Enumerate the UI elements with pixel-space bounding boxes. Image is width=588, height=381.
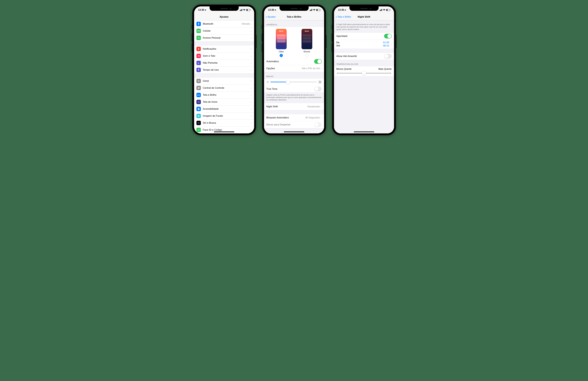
settings-row-som-e-tato[interactable]: Som e Tato› — [194, 52, 254, 60]
settings-row-geral[interactable]: Geral› — [194, 78, 254, 84]
svg-rect-12 — [198, 101, 198, 101]
schedule-time-row[interactable]: De01:00 Até08:15 › — [334, 40, 394, 49]
notch — [349, 6, 378, 11]
temp-slider[interactable] — [337, 73, 391, 73]
settings-row-bluetooth[interactable]: BluetoothAtivado› — [194, 20, 254, 27]
chevron-right-icon: › — [251, 68, 252, 72]
settings-row-central-de-controle[interactable]: Central de Controle› — [194, 84, 254, 91]
svg-point-26 — [197, 116, 198, 116]
chevron-right-icon: › — [251, 47, 252, 51]
automatic-row[interactable]: Automática — [264, 58, 324, 65]
raise-row[interactable]: Elevar para Despertar — [264, 121, 324, 128]
svg-line-50 — [321, 81, 321, 81]
settings-row-não-perturbe[interactable]: Não Perturbe› — [194, 60, 254, 66]
location-icon: ➤ — [205, 9, 206, 11]
chevron-left-icon: ‹ — [266, 15, 267, 19]
svg-line-38 — [267, 81, 267, 81]
chevron-right-icon: › — [391, 42, 392, 46]
activate-tomorrow-row[interactable]: Ativar Até Amanhã — [334, 53, 394, 60]
svg-point-23 — [198, 116, 199, 116]
grid-icon — [196, 100, 201, 104]
svg-point-0 — [198, 30, 199, 31]
truetone-switch[interactable] — [314, 87, 322, 91]
svg-point-9 — [198, 87, 198, 88]
truetone-row[interactable]: True Tone — [264, 85, 324, 93]
svg-point-25 — [198, 116, 199, 117]
appearance-header: APARÊNCIA — [264, 20, 324, 27]
status-time: 13:36 — [338, 9, 344, 11]
settings-row-acessibilidade[interactable]: Acessibilidade› — [194, 105, 254, 112]
activate-tomorrow-switch[interactable] — [384, 54, 392, 59]
content-area[interactable]: O Night Shift altera automaticamente as … — [334, 20, 394, 133]
radio-dark[interactable] — [305, 54, 309, 57]
moon-icon — [196, 61, 201, 65]
svg-line-40 — [267, 83, 267, 83]
settings-row-siri-e-busca[interactable]: Siri e Busca› — [194, 120, 254, 126]
brightness-slider[interactable] — [271, 82, 317, 82]
nav-bar: Ajustes — [194, 13, 254, 20]
chevron-right-icon: › — [321, 116, 322, 119]
autolock-row[interactable]: Bloqueio Automático 30 Segundos › — [264, 114, 324, 121]
back-button[interactable]: ‹Ajustes — [266, 15, 276, 19]
location-icon: ➤ — [344, 9, 346, 11]
hourglass-icon — [196, 68, 201, 72]
nav-bar: ‹Tela e Brilho Night Shift — [334, 13, 394, 20]
bluetooth-icon — [196, 22, 201, 26]
scheduled-row[interactable]: Agendado — [334, 33, 394, 40]
nav-bar: ‹Ajustes Tela e Brilho — [264, 13, 324, 20]
home-indicator[interactable] — [284, 132, 304, 132]
svg-line-48 — [321, 83, 321, 83]
settings-row-tempo-de-uso[interactable]: Tempo de Uso› — [194, 66, 254, 73]
truetone-footer: Adapte a tela do iPhone automaticamente … — [264, 93, 324, 103]
battery-icon — [316, 9, 320, 11]
svg-rect-20 — [199, 102, 200, 103]
svg-rect-13 — [198, 101, 199, 101]
home-indicator[interactable] — [354, 132, 374, 132]
chevron-right-icon: › — [251, 86, 252, 90]
settings-row-imagem-de-fundo[interactable]: Imagem de Fundo› — [194, 112, 254, 120]
home-indicator[interactable] — [214, 132, 234, 132]
svg-point-42 — [319, 81, 321, 83]
svg-point-3 — [198, 38, 200, 39]
svg-point-22 — [198, 108, 199, 109]
content-area[interactable]: BluetoothAtivado›Celular›Acesso Pessoal›… — [194, 20, 254, 133]
svg-rect-15 — [198, 102, 198, 102]
hotspot-icon — [196, 36, 201, 40]
svg-point-31 — [198, 130, 198, 130]
settings-row-face-id-e-código[interactable]: Face ID e Código› — [194, 126, 254, 133]
wifi-icon — [313, 9, 315, 11]
settings-row-acesso-pessoal[interactable]: Acesso Pessoal› — [194, 34, 254, 41]
wifi-icon — [243, 9, 246, 11]
settings-row-celular[interactable]: Celular› — [194, 27, 254, 34]
radio-light-checked[interactable]: ✓ — [280, 54, 283, 57]
settings-row-notificações[interactable]: Notificações› — [194, 45, 254, 52]
automatic-switch[interactable] — [314, 59, 322, 64]
settings-row-tela-e-brilho[interactable]: AATela e Brilho› — [194, 91, 254, 99]
nightshift-row[interactable]: Night Shift Desativado › — [264, 103, 324, 110]
temp-header: TEMPERATURA DA COR — [334, 60, 394, 66]
chevron-right-icon: › — [251, 93, 252, 97]
speaker-icon — [196, 54, 201, 58]
battery-icon — [246, 9, 250, 11]
chevron-right-icon: › — [251, 36, 252, 40]
settings-row-tela-de-início[interactable]: Tela de Início› — [194, 99, 254, 105]
bell-icon — [196, 47, 201, 51]
phone-display: 13:36➤ ‹Ajustes Tela e Brilho APARÊNCIA … — [262, 4, 326, 136]
options-row[interactable]: Opções Até o Pôr do Sol › — [264, 65, 324, 72]
svg-point-11 — [199, 88, 199, 89]
nightshift-intro: O Night Shift altera automaticamente as … — [334, 20, 394, 33]
content-area[interactable]: APARÊNCIA 09:41 Clara ✓ 09:41 — [264, 20, 324, 133]
back-button[interactable]: ‹Tela e Brilho — [336, 15, 351, 19]
appearance-dark[interactable]: 09:41 Escura — [301, 29, 312, 57]
faceid-icon — [196, 128, 201, 132]
svg-point-24 — [198, 115, 199, 116]
svg-rect-18 — [198, 102, 198, 103]
cellular-signal-icon — [380, 9, 382, 11]
AA-icon: AA — [196, 93, 201, 97]
scheduled-switch[interactable] — [384, 34, 392, 39]
phone-settings: 13:36➤ Ajustes BluetoothAtivado›Celular›… — [192, 4, 256, 136]
appearance-light[interactable]: 09:41 Clara ✓ — [276, 29, 287, 57]
brightness-slider-row[interactable] — [264, 79, 324, 85]
raise-switch[interactable] — [314, 122, 322, 127]
chevron-right-icon: › — [251, 107, 252, 111]
